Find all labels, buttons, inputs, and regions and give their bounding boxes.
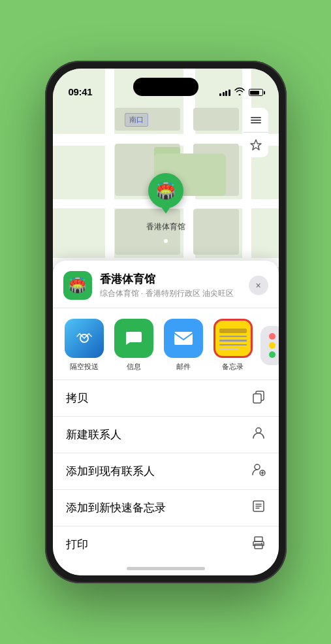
action-list: 拷贝 新建联系人 — [53, 380, 279, 575]
nankou-label: 南口 — [125, 113, 148, 127]
print-icon — [251, 536, 266, 553]
venue-name: 香港体育馆 — [100, 272, 249, 287]
svg-rect-2 — [251, 122, 261, 123]
signal-bars — [219, 89, 230, 96]
svg-point-13 — [261, 543, 262, 544]
share-messages[interactable]: 信息 — [113, 319, 155, 372]
share-notes[interactable]: 备忘录 — [212, 319, 254, 372]
notes-icon — [213, 319, 253, 358]
signal-bar-3 — [225, 91, 227, 96]
new-contact-icon — [251, 426, 266, 443]
svg-point-7 — [256, 428, 261, 433]
stadium-pin: 🏟️ 香港体育馆 — [146, 173, 185, 233]
share-mail[interactable]: 邮件 — [163, 319, 204, 372]
wifi-icon — [234, 88, 245, 97]
action-quick-note[interactable]: 添加到新快速备忘录 — [53, 490, 279, 526]
dynamic-island — [133, 78, 198, 96]
map-layers-button[interactable] — [244, 108, 268, 133]
svg-rect-12 — [255, 544, 262, 549]
notes-label: 备忘录 — [222, 362, 244, 372]
share-airdrop[interactable]: 隔空投送 — [63, 319, 105, 372]
svg-point-8 — [255, 464, 260, 470]
messages-label: 信息 — [127, 362, 141, 372]
action-new-contact[interactable]: 新建联系人 — [53, 417, 279, 453]
copy-icon — [251, 389, 266, 407]
nankou-text: 南口 — [129, 116, 144, 123]
pin-label: 香港体育馆 — [146, 221, 185, 233]
share-row: 隔空投送 信息 — [53, 308, 279, 380]
action-copy[interactable]: 拷贝 — [53, 380, 279, 417]
signal-bar-2 — [223, 92, 225, 96]
svg-rect-0 — [251, 117, 261, 118]
map-controls[interactable] — [244, 108, 268, 157]
share-more[interactable] — [262, 326, 279, 365]
map-location-button[interactable] — [244, 133, 268, 157]
signal-bar-4 — [229, 89, 230, 96]
signal-bar-1 — [219, 93, 221, 96]
svg-rect-4 — [174, 332, 193, 345]
action-print[interactable]: 打印 — [53, 526, 279, 562]
airdrop-label: 隔空投送 — [70, 362, 99, 372]
close-button[interactable]: × — [249, 276, 268, 295]
quick-note-icon — [251, 499, 266, 517]
mail-icon — [164, 319, 203, 358]
action-add-existing-label: 添加到现有联系人 — [66, 464, 155, 479]
svg-rect-6 — [253, 394, 261, 403]
action-new-contact-label: 新建联系人 — [66, 427, 121, 442]
status-icons — [219, 88, 263, 97]
action-add-existing[interactable]: 添加到现有联系人 — [53, 453, 279, 490]
stadium-icon: 🏟️ — [156, 182, 176, 200]
action-copy-label: 拷贝 — [66, 391, 88, 406]
home-indicator — [127, 567, 205, 570]
mail-label: 邮件 — [176, 362, 191, 372]
status-time: 09:41 — [69, 86, 93, 97]
pin-circle: 🏟️ — [148, 173, 183, 208]
phone-screen: 09:41 — [53, 69, 279, 575]
action-quick-note-label: 添加到新快速备忘录 — [66, 500, 166, 515]
add-existing-icon — [251, 462, 266, 480]
airdrop-icon — [65, 319, 104, 358]
action-print-label: 打印 — [66, 537, 88, 552]
venue-icon: 🏟️ — [63, 271, 92, 300]
sheet-header: 🏟️ 香港体育馆 综合体育馆 · 香港特别行政区 油尖旺区 × — [53, 261, 279, 308]
battery-icon — [249, 89, 263, 96]
more-icon — [260, 326, 279, 365]
venue-subtitle: 综合体育馆 · 香港特别行政区 油尖旺区 — [100, 288, 249, 299]
messages-icon — [114, 319, 153, 358]
svg-rect-1 — [251, 120, 261, 121]
pin-dot — [164, 239, 168, 243]
bottom-sheet: 🏟️ 香港体育馆 综合体育馆 · 香港特别行政区 油尖旺区 × — [53, 261, 279, 575]
svg-rect-11 — [255, 537, 262, 541]
venue-info: 香港体育馆 综合体育馆 · 香港特别行政区 油尖旺区 — [100, 272, 249, 299]
phone-frame: 09:41 — [45, 61, 287, 583]
